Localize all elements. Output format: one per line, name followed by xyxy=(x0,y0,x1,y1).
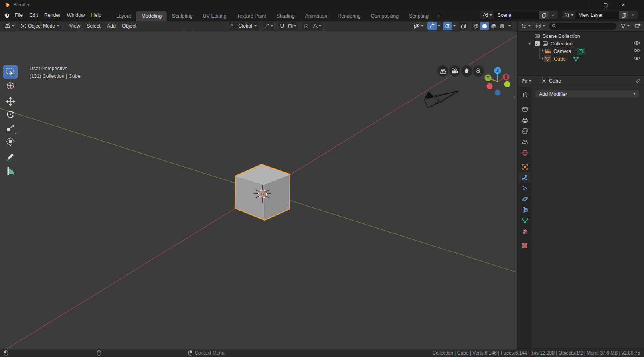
tool-scale[interactable] xyxy=(3,121,18,135)
tab-particles[interactable] xyxy=(518,183,531,193)
tab-texture[interactable] xyxy=(518,240,531,250)
gizmos-toggle[interactable] xyxy=(427,22,437,30)
shading-material-button[interactable] xyxy=(489,22,498,30)
view-layer-name-field[interactable]: View Layer xyxy=(576,12,619,18)
properties-editor-type-selector[interactable] xyxy=(521,77,533,85)
tab-modifiers[interactable] xyxy=(518,172,531,183)
camera-view-button[interactable] xyxy=(449,65,460,77)
menu-file[interactable]: File xyxy=(12,10,26,21)
scene-browse-button[interactable] xyxy=(481,11,494,19)
eye-icon[interactable] xyxy=(634,41,640,47)
collection-checkbox[interactable]: ✓ xyxy=(535,41,540,46)
snap-target-dropdown[interactable] xyxy=(286,22,298,30)
view-layer-remove-button[interactable]: ✕ xyxy=(628,11,637,19)
zoom-view-button[interactable] xyxy=(473,65,484,77)
scene-name-field[interactable]: Scene xyxy=(494,12,539,18)
tab-texture-paint[interactable]: Texture Paint xyxy=(232,11,271,21)
tab-render[interactable] xyxy=(518,104,531,114)
shading-solid-button[interactable] xyxy=(480,22,489,30)
toggle-perspective-button[interactable] xyxy=(437,65,448,77)
gizmo-axis-y-neg[interactable] xyxy=(504,81,510,87)
tab-sculpting[interactable]: Sculpting xyxy=(167,11,198,21)
tab-constraints[interactable] xyxy=(518,205,531,215)
maximize-button[interactable]: ▢ xyxy=(602,2,609,8)
tab-rendering[interactable]: Rendering xyxy=(332,11,366,21)
new-collection-button[interactable] xyxy=(633,22,642,30)
tab-scene[interactable] xyxy=(518,137,531,147)
pin-icon[interactable] xyxy=(635,78,641,84)
shading-rendered-button[interactable] xyxy=(498,22,506,30)
tab-world[interactable] xyxy=(518,148,531,158)
tool-annotate[interactable] xyxy=(3,150,18,164)
tab-tool[interactable] xyxy=(518,90,531,100)
tab-output[interactable] xyxy=(518,115,531,126)
minimize-button[interactable]: – xyxy=(585,2,592,8)
outliner-editor-type-selector[interactable] xyxy=(520,22,532,30)
xray-toggle[interactable] xyxy=(458,22,468,30)
tab-scripting[interactable]: Scripting xyxy=(404,11,434,21)
tool-rotate[interactable] xyxy=(3,108,18,121)
menu-object[interactable]: Object xyxy=(119,23,140,29)
camera-object[interactable] xyxy=(424,91,459,108)
outliner-row-collection[interactable]: ✓ Collection xyxy=(518,40,644,47)
tab-material[interactable] xyxy=(518,227,531,237)
scene-new-button[interactable] xyxy=(539,11,549,19)
cube-object[interactable] xyxy=(235,164,290,220)
gizmo-axis-x-neg[interactable] xyxy=(487,83,493,89)
shading-wireframe-button[interactable] xyxy=(471,22,480,30)
mesh-data-icon[interactable] xyxy=(573,56,579,62)
eye-icon[interactable] xyxy=(634,56,640,62)
shading-dropdown[interactable] xyxy=(506,22,513,30)
menu-render[interactable]: Render xyxy=(41,10,64,21)
add-workspace-button[interactable]: + xyxy=(434,11,444,21)
menu-edit[interactable]: Edit xyxy=(26,10,41,21)
outliner-display-mode-selector[interactable] xyxy=(534,22,546,30)
viewport-3d[interactable]: User Perspective (132) Collection | Cube xyxy=(0,31,517,349)
navigation-gizmo[interactable]: Z Y X xyxy=(483,66,513,97)
tab-object[interactable] xyxy=(518,162,531,172)
tool-select-box[interactable] xyxy=(3,65,18,79)
gizmos-dropdown[interactable] xyxy=(438,25,440,27)
tab-shading[interactable]: Shading xyxy=(271,11,300,21)
proportional-falloff-dropdown[interactable] xyxy=(311,22,323,30)
menu-window[interactable]: Window xyxy=(64,10,88,21)
tab-object-data[interactable] xyxy=(518,215,531,226)
menu-help[interactable]: Help xyxy=(88,10,105,21)
menu-select[interactable]: Select xyxy=(83,23,104,29)
pivot-point-dropdown[interactable] xyxy=(262,22,275,30)
proportional-editing-toggle[interactable] xyxy=(302,22,311,30)
tool-move[interactable] xyxy=(3,95,18,108)
outliner-filter-dropdown[interactable] xyxy=(619,22,631,30)
close-button[interactable]: ✕ xyxy=(620,2,627,8)
tab-compositing[interactable]: Compositing xyxy=(366,11,404,21)
tool-transform[interactable] xyxy=(3,135,18,148)
sidebar-collapse-arrow[interactable]: ‹ xyxy=(513,94,515,100)
tab-layout[interactable]: Layout xyxy=(111,11,136,21)
scene-unlink-button[interactable]: ✕ xyxy=(549,11,557,19)
snap-toggle[interactable] xyxy=(278,22,286,30)
view-layer-new-button[interactable] xyxy=(619,11,628,19)
tool-cursor[interactable] xyxy=(3,79,18,93)
pan-view-button[interactable] xyxy=(461,65,472,77)
outliner-row-camera[interactable]: Camera xyxy=(518,47,644,55)
tab-view-layer[interactable] xyxy=(518,126,531,136)
tab-uv-editing[interactable]: UV Editing xyxy=(198,11,232,21)
camera-data-icon[interactable] xyxy=(577,48,585,55)
editor-type-selector[interactable] xyxy=(3,22,16,30)
outliner-row-scene-collection[interactable]: Scene Collection xyxy=(518,32,644,40)
tool-measure[interactable] xyxy=(3,164,18,178)
tab-modeling[interactable]: Modeling xyxy=(136,11,167,21)
outliner-row-cube[interactable]: Cube xyxy=(518,55,644,63)
object-visibility-dropdown[interactable] xyxy=(412,22,425,30)
overlays-dropdown[interactable] xyxy=(453,25,456,27)
disclosure-triangle-icon[interactable] xyxy=(528,43,531,45)
outliner-search[interactable] xyxy=(549,22,617,30)
blender-menu-icon[interactable] xyxy=(3,12,10,18)
outliner-search-input[interactable] xyxy=(558,23,614,29)
mode-dropdown[interactable]: Object Mode xyxy=(18,22,62,30)
transform-orientation-dropdown[interactable]: Global xyxy=(228,22,259,30)
menu-add[interactable]: Add xyxy=(104,23,119,29)
tab-animation[interactable]: Animation xyxy=(300,11,333,21)
gizmo-axis-z-neg[interactable] xyxy=(495,90,501,96)
menu-view[interactable]: View xyxy=(66,23,83,29)
